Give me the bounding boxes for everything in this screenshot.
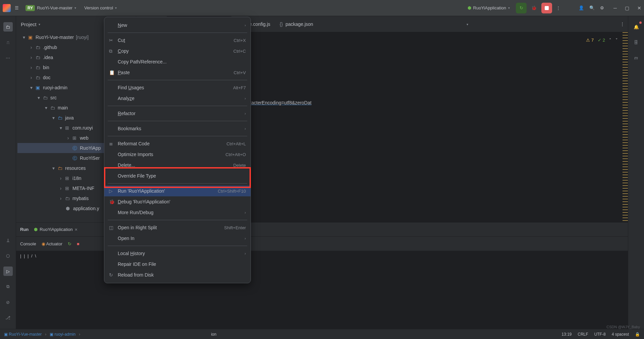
status-encoding[interactable]: UTF-8 (594, 332, 606, 337)
structure-tool-icon[interactable]: ⎍ (3, 38, 13, 47)
run-tool-icon[interactable]: ▷ (3, 267, 13, 276)
project-selector[interactable]: RY RuoYi-Vue-master ▾ (23, 4, 79, 12)
json-icon: {} (280, 21, 283, 27)
status-line-ending[interactable]: CRLF (578, 332, 588, 337)
statusbar: ▣ RuoYi-Vue-master › ▣ ruoyi-admin › ion… (0, 329, 644, 339)
git-tool-icon[interactable]: ⎇ (3, 313, 13, 322)
settings-icon[interactable]: ⚙ (599, 4, 605, 12)
close-button[interactable]: ✕ (637, 5, 641, 11)
code-with-me-icon[interactable]: 👤 (577, 4, 585, 12)
run-button[interactable]: ↻ (516, 3, 527, 13)
collapse-down-icon[interactable]: ˅ (615, 36, 618, 45)
menu-refactor[interactable]: Refactor› (104, 108, 251, 119)
database-icon[interactable]: 🗄 (632, 38, 641, 47)
stop-icon[interactable]: ■ (77, 241, 79, 246)
actuator-tab[interactable]: ◉ Actuator (42, 241, 62, 246)
leaf-icon: ⬢ (468, 5, 471, 10)
editor-minimap[interactable] (623, 32, 628, 222)
typo-count[interactable]: ✓ 2 (598, 36, 605, 45)
hamburger-icon[interactable]: ☰ (13, 4, 20, 12)
menu-bookmarks[interactable]: Bookmarks› (104, 123, 251, 134)
menu-cut[interactable]: ✂CutCtrl+X (104, 35, 251, 46)
bookmarks-tool-icon[interactable]: ꓕ (3, 236, 13, 245)
menu-open-in[interactable]: Open In› (104, 233, 251, 244)
editor-tab[interactable]: {}package.json (275, 16, 318, 32)
project-name-text: RuoYi-Vue-master (37, 5, 72, 10)
menu-copy[interactable]: ⧉CopyCtrl+C (104, 46, 251, 56)
project-tool-icon[interactable]: 🗀 (3, 22, 13, 32)
menu-repair[interactable]: Repair IDE on File (104, 259, 251, 270)
chevron-down-icon: ▾ (39, 22, 40, 26)
chevron-down-icon: ▾ (508, 6, 510, 10)
context-menu: New› ✂CutCtrl+X ⧉CopyCtrl+C Copy Path/Re… (104, 17, 251, 283)
chevron-down-icon: ▾ (74, 6, 76, 10)
watermark: CSDN @WJY_Baby (606, 325, 640, 329)
rerun-icon[interactable]: ↻ (68, 241, 71, 246)
menu-paste[interactable]: 📋PasteCtrl+V (104, 67, 251, 78)
menu-find-usages[interactable]: Find UsagesAlt+F7 (104, 82, 251, 93)
menu-optimize[interactable]: Optimize ImportsCtrl+Alt+O (104, 149, 251, 160)
search-icon[interactable]: 🔍 (588, 4, 596, 12)
more-actions-icon[interactable]: ⋮ (555, 4, 562, 12)
close-icon[interactable]: × (75, 227, 77, 232)
leaf-icon: ⬢ (34, 227, 38, 232)
menu-new[interactable]: New› (104, 20, 251, 31)
terminal-tool-icon[interactable]: ⧉ (3, 282, 13, 291)
problems-tool-icon[interactable]: ⊘ (3, 297, 13, 307)
menu-run[interactable]: ▷Run 'RuoYiApplication'Ctrl+Shift+F10 (104, 186, 251, 196)
left-tool-rail: 🗀 ⎍ ⋯ ꓕ ⬡ ▷ ⧉ ⊘ ⎇ (0, 16, 16, 339)
menu-reformat[interactable]: ≣Reformat CodeCtrl+Alt+L (104, 138, 251, 149)
menu-override[interactable]: Override File Type (104, 171, 251, 181)
breadcrumb-item[interactable]: ▣ RuoYi-Vue-master (4, 332, 42, 337)
version-control-menu[interactable]: Version control ▾ (82, 4, 119, 12)
notifications-icon[interactable]: 🔔 (632, 22, 641, 32)
status-indent[interactable]: 4 spacest (612, 332, 629, 337)
breadcrumb-item[interactable]: ion (211, 332, 216, 337)
topbar: ☰ RY RuoYi-Vue-master ▾ Version control … (0, 0, 644, 16)
right-tool-rail: 🔔 🗄 m (628, 16, 644, 339)
console-tab[interactable]: Console (20, 241, 36, 246)
maximize-button[interactable]: ▢ (625, 5, 629, 11)
breadcrumb-item[interactable]: ▣ ruoyi-admin (50, 332, 75, 337)
services-tool-icon[interactable]: ⬡ (3, 251, 13, 260)
debug-button[interactable]: 🐞 (529, 3, 539, 12)
menu-local-history[interactable]: Local History› (104, 248, 251, 259)
menu-delete[interactable]: Delete...Delete (104, 160, 251, 171)
app-logo[interactable] (3, 4, 11, 12)
more-tool-icon[interactable]: ⋯ (3, 53, 13, 62)
warning-count[interactable]: ⚠ 7 (586, 36, 594, 45)
status-time[interactable]: 13:19 (561, 332, 572, 337)
run-label: Run (20, 227, 29, 232)
chevron-down-icon: ▾ (115, 6, 117, 10)
menu-open-split[interactable]: ◫Open in Right SplitShift+Enter (104, 222, 251, 233)
tabs-more-icon[interactable]: ⋮ (617, 21, 628, 27)
stop-button[interactable] (541, 3, 552, 13)
project-badge: RY (25, 5, 35, 11)
maven-icon[interactable]: m (632, 53, 641, 62)
menu-copy-path[interactable]: Copy Path/Reference... (104, 56, 251, 67)
tabs-dropdown-icon[interactable]: ▾ (463, 21, 472, 27)
collapse-up-icon[interactable]: ˄ (609, 36, 611, 45)
menu-debug[interactable]: 🐞Debug 'RuoYiApplication' (104, 196, 251, 207)
run-config-tab[interactable]: ⬢ RuoYiApplication × (34, 227, 77, 232)
status-lock-icon[interactable]: 🔒 (635, 332, 640, 337)
menu-more-run[interactable]: More Run/Debug› (104, 207, 251, 218)
minimize-button[interactable]: ─ (613, 5, 617, 11)
run-configuration-selector[interactable]: ⬢ RuoYiApplication ▾ (464, 4, 514, 12)
menu-reload[interactable]: ↻Reload from Disk (104, 270, 251, 280)
menu-analyze[interactable]: Analyze› (104, 93, 251, 104)
